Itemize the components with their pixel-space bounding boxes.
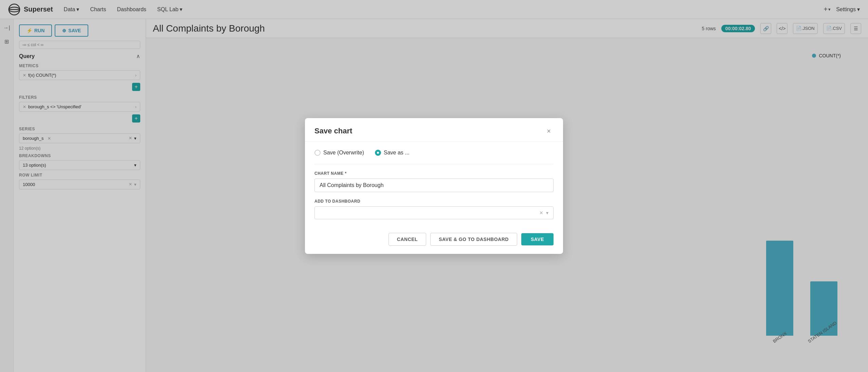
modal-header: Save chart × bbox=[305, 118, 563, 142]
modal-divider bbox=[314, 164, 554, 164]
radio-saveas-circle bbox=[375, 150, 381, 156]
modal-overlay: Save chart × Save (Overwrite) Save as ..… bbox=[0, 0, 868, 372]
cancel-button[interactable]: CANCEL bbox=[388, 233, 426, 246]
clear-select-icon[interactable]: ✕ bbox=[539, 210, 543, 216]
modal-title: Save chart bbox=[314, 127, 352, 135]
chart-name-label: CHART NAME * bbox=[314, 171, 554, 176]
modal-footer: CANCEL SAVE & GO TO DASHBOARD SAVE bbox=[305, 227, 563, 254]
chart-name-input[interactable] bbox=[314, 179, 554, 192]
select-icons: ✕ ▾ bbox=[539, 210, 548, 216]
save-button[interactable]: SAVE bbox=[521, 233, 554, 245]
save-chart-modal: Save chart × Save (Overwrite) Save as ..… bbox=[305, 118, 563, 254]
add-dashboard-label: ADD TO DASHBOARD bbox=[314, 199, 554, 204]
save-go-dashboard-button[interactable]: SAVE & GO TO DASHBOARD bbox=[430, 233, 517, 246]
add-dashboard-select[interactable]: ✕ ▾ bbox=[314, 206, 554, 219]
radio-saveas[interactable]: Save as ... bbox=[375, 150, 410, 156]
radio-overwrite-label: Save (Overwrite) bbox=[323, 150, 364, 156]
modal-body: Save (Overwrite) Save as ... CHART NAME … bbox=[305, 142, 563, 227]
modal-close-button[interactable]: × bbox=[544, 126, 554, 136]
radio-overwrite[interactable]: Save (Overwrite) bbox=[314, 150, 364, 156]
radio-options: Save (Overwrite) Save as ... bbox=[314, 150, 554, 156]
radio-overwrite-circle bbox=[314, 150, 321, 156]
chevron-down-select-icon[interactable]: ▾ bbox=[546, 210, 548, 216]
radio-saveas-label: Save as ... bbox=[384, 150, 410, 156]
